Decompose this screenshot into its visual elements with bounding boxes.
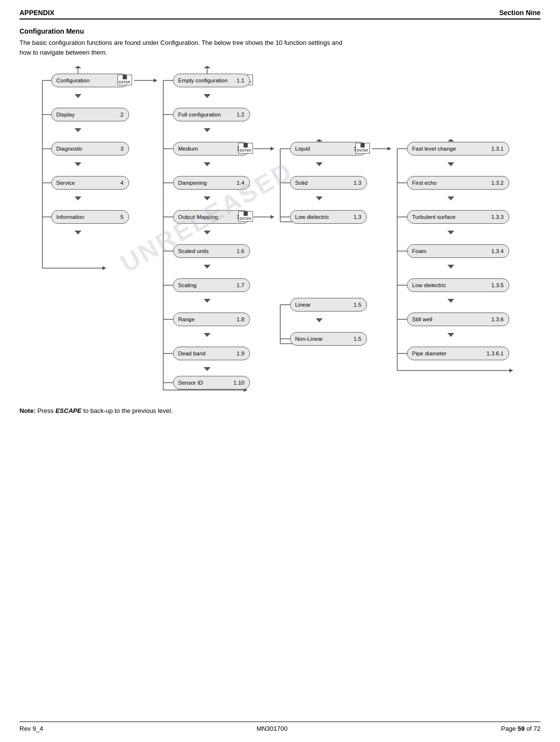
svg-marker-64 (204, 128, 211, 132)
svg-marker-68 (204, 265, 211, 269)
svg-marker-55 (316, 139, 323, 141)
node-first-echo: First echo 1.3.2 (407, 176, 509, 190)
node-sensor-id: Sensor ID 1.10 (173, 376, 250, 390)
node-still-well: Still well 1.3.6 (407, 312, 509, 326)
svg-marker-72 (316, 162, 323, 166)
svg-marker-51 (75, 66, 81, 68)
node-dampening: Dampening 1.4 (173, 176, 250, 190)
section-title: Configuration Menu (19, 27, 541, 35)
svg-marker-66 (204, 196, 211, 200)
svg-marker-67 (204, 231, 211, 234)
node-display: Display 2 (51, 108, 129, 121)
node-information: Information 5 (51, 210, 129, 224)
node-scaling: Scaling 1.7 (173, 278, 250, 292)
node-foam: Foam 1.3.4 (407, 244, 509, 258)
footer-rev: Rev 9_4 (19, 725, 43, 732)
page: APPENDIX Section Nine Configuration Menu… (0, 0, 560, 742)
footer-doc-num: MN301700 (256, 725, 288, 732)
node-low-dielectric-col4: Low dielectric 1.3.5 (407, 278, 509, 292)
enter-box-col2-output: ⬛ ENTER (238, 211, 253, 222)
footer-page: Page 59 of 72 (501, 725, 541, 732)
page-footer: Rev 9_4 MN301700 Page 59 of 72 (19, 722, 541, 732)
header-right: Section Nine (499, 9, 541, 17)
svg-marker-75 (447, 162, 454, 166)
node-fast-level-change: Fast level change 1.3.1 (407, 142, 509, 156)
node-dead-band: Dead band 1.9 (173, 347, 250, 360)
svg-marker-73 (316, 196, 323, 200)
node-non-linear: Non-Linear 1.5 (290, 332, 367, 346)
body-text: The basic configuration functions are fo… (19, 38, 541, 57)
node-range: Range 1.8 (173, 312, 250, 326)
node-low-dielectric-col3: Low dielectric 1.3 (290, 210, 367, 224)
svg-marker-39 (387, 147, 391, 151)
svg-marker-26 (270, 215, 274, 219)
svg-marker-7 (102, 266, 106, 270)
enter-box-col2-medium: ⬛ ENTER (238, 143, 253, 154)
svg-marker-71 (204, 367, 211, 371)
svg-marker-79 (447, 299, 454, 303)
node-service: Service 4 (51, 176, 129, 190)
header-left: APPENDIX (19, 9, 55, 17)
node-pipe-diameter: Pipe diameter 1.3.6.1 (407, 347, 509, 360)
svg-marker-24 (270, 147, 274, 151)
node-full-config: Full configuration 1.2 (173, 108, 250, 121)
node-turbulent-surface: Turbulent surface 1.3.3 (407, 210, 509, 224)
svg-marker-53 (204, 66, 211, 68)
svg-marker-77 (447, 231, 454, 234)
node-solid: Solid 1.3 (290, 176, 367, 190)
svg-marker-76 (447, 196, 454, 200)
svg-marker-61 (75, 196, 81, 200)
diagram: UNRELEASED (22, 66, 539, 397)
page-header: APPENDIX Section Nine (19, 9, 541, 20)
svg-marker-69 (204, 299, 211, 303)
svg-marker-70 (204, 333, 211, 337)
note: Note: Press ESCAPE to back-up to the pre… (19, 407, 541, 414)
node-diagnostic: Diagnostic 3 (51, 142, 129, 156)
svg-marker-62 (75, 231, 81, 234)
node-empty-config: Empty configuration 1.1 (173, 74, 250, 87)
svg-marker-49 (509, 369, 513, 372)
node-scaled-units: Scaled units 1.6 (173, 244, 250, 258)
svg-marker-57 (447, 139, 454, 141)
svg-marker-74 (316, 318, 323, 322)
svg-marker-58 (75, 94, 81, 98)
svg-marker-59 (75, 128, 81, 132)
node-linear: Linear 1.5 (290, 298, 367, 312)
svg-marker-78 (447, 265, 454, 269)
svg-marker-60 (75, 162, 81, 166)
enter-box-col3-liquid: ⬛ ENTER (355, 143, 370, 154)
svg-marker-63 (204, 94, 211, 98)
enter-box-col1: ⬛ ENTER (117, 75, 132, 85)
svg-marker-80 (447, 333, 454, 337)
svg-marker-9 (154, 78, 157, 82)
svg-marker-65 (204, 162, 211, 166)
